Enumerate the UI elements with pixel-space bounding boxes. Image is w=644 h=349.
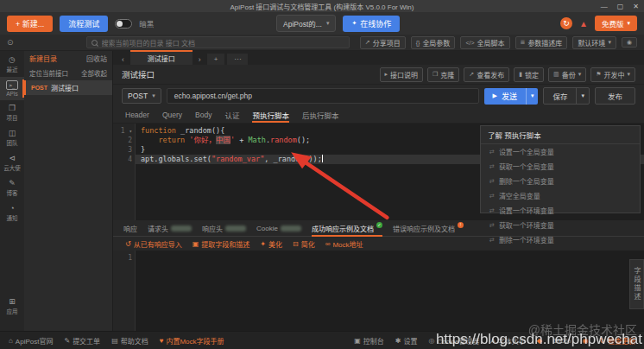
- free-version-button[interactable]: 免费版 ▾: [595, 16, 637, 31]
- helper-item-set-env[interactable]: ⇄设置一个环境变量: [481, 203, 640, 218]
- support-icon[interactable]: ↻: [560, 17, 572, 29]
- sidebar-item-blog[interactable]: ✎ 博客: [0, 175, 24, 200]
- chevron-down-icon: ▾: [326, 20, 330, 27]
- new-tab-button[interactable]: +: [207, 54, 225, 65]
- line-number-gutter: 1 ▾ 2 3 4: [113, 124, 136, 220]
- tab-response[interactable]: 响应: [123, 224, 137, 233]
- sidebar-item-project[interactable]: ❐ 项目: [0, 100, 24, 125]
- simplify-button[interactable]: ⊟简化: [293, 239, 315, 249]
- mock-address-button[interactable]: ∞Mock地址: [325, 239, 363, 249]
- beautify-button[interactable]: ✦美化: [260, 239, 282, 249]
- link-icon: ∞: [325, 240, 331, 248]
- helper-item-del-env[interactable]: ⇄删除一个环境变量: [481, 232, 640, 247]
- sidebar-item-apps[interactable]: ⊞ 应用: [0, 294, 24, 319]
- cookie-manager-button[interactable]: ◎Cookie管理器: [428, 336, 479, 346]
- maximize-button[interactable]: ▢: [617, 3, 624, 10]
- sidebar-item-recent[interactable]: ◷ 最近: [0, 52, 24, 77]
- sidebar-item-team[interactable]: ◫ 团队: [0, 125, 24, 150]
- fold-icon[interactable]: ▾: [129, 128, 132, 134]
- project-selector-label: ApiPost的...: [283, 18, 322, 29]
- tab-pre-script[interactable]: 预执行脚本: [252, 107, 289, 123]
- send-options-button[interactable]: ▾: [526, 88, 539, 105]
- locate-api-button[interactable]: 定位当前接口: [29, 68, 68, 78]
- global-params-button[interactable]: {} 全局参数: [411, 36, 456, 49]
- theme-toggle[interactable]: [115, 19, 132, 29]
- clone-button[interactable]: ❐ 克隆: [427, 67, 459, 82]
- extract-fields-button[interactable]: ▣提取字段和描述: [193, 239, 250, 249]
- send-button[interactable]: ▶ 发送 ▾: [484, 88, 539, 105]
- collapse-all-button[interactable]: 全部收起: [81, 68, 107, 78]
- share-project-button[interactable]: ↗ 分享项目: [360, 36, 406, 49]
- official-site-link[interactable]: ⌂ApiPost官网: [9, 336, 53, 346]
- url-input[interactable]: echo.apipost.cn/get.php: [167, 88, 479, 104]
- method-select[interactable]: POST ▾: [122, 88, 161, 104]
- tab-auth[interactable]: 认证: [224, 110, 239, 120]
- new-button[interactable]: + 新建...: [7, 16, 53, 32]
- tab-error-example[interactable]: 错误响应示例及文档!: [393, 224, 464, 233]
- tab-response-headers[interactable]: 响应头: [202, 224, 246, 233]
- font-size-button[interactable]: A字体大小: [490, 336, 525, 346]
- recycle-bin-button[interactable]: 回收站: [86, 54, 107, 63]
- close-button[interactable]: ✕: [633, 3, 639, 10]
- minimize-button[interactable]: —: [601, 3, 608, 10]
- help-doc-link[interactable]: ▤帮助文档: [111, 336, 148, 346]
- tab-forward-icon[interactable]: ›: [195, 54, 205, 65]
- preview-eye-button[interactable]: ◉: [622, 37, 637, 48]
- new-directory-button[interactable]: 新建目录: [29, 54, 57, 63]
- helper-item-get-global[interactable]: ⇄获取一个全局变量: [481, 159, 640, 174]
- search-input[interactable]: 搜索当前项目的目录 接口 文档: [86, 36, 350, 48]
- beautify-icon: ✦: [260, 240, 266, 248]
- backup-dropdown[interactable]: ▥ 备份 ▾: [548, 67, 586, 82]
- tab-back-icon[interactable]: ‹: [118, 54, 128, 65]
- helper-item-clear-global[interactable]: ⇄清空全局变量: [481, 188, 640, 203]
- script-editor[interactable]: 1 ▾ 2 3 4 function _random(){ return '你好…: [113, 124, 644, 220]
- check-update-button[interactable]: ↻检查更新: [599, 336, 635, 346]
- console-button[interactable]: ▣控制台: [354, 336, 384, 346]
- tab-header[interactable]: Header: [125, 111, 149, 119]
- main-panel: ‹ 测试接口 › + ⋯ 测试接口 ▸ 接口说明 ❐ 克隆 ↗ 查: [113, 51, 644, 331]
- flow-test-button[interactable]: 流程测试: [60, 16, 108, 32]
- response-code-area[interactable]: [136, 251, 644, 331]
- tab-strip: ‹ 测试接口 › + ⋯: [113, 51, 644, 65]
- status-circle-icon[interactable]: ◉: [582, 337, 588, 345]
- lock-button[interactable]: ▮ 锁定: [514, 67, 544, 82]
- publish-button[interactable]: 发布: [595, 87, 635, 105]
- environment-dropdown[interactable]: 默认环境 ▾: [572, 36, 616, 49]
- api-description-button[interactable]: ▸ 接口说明: [380, 67, 424, 82]
- collab-button[interactable]: ✦ 在线协作: [343, 16, 400, 32]
- sidebar-item-notifications[interactable]: ◔ 通知: [0, 200, 24, 225]
- import-from-response-button[interactable]: ↺从已有响应导入: [125, 239, 182, 249]
- tab-test-api[interactable]: 测试接口: [130, 50, 193, 65]
- save-options-button[interactable]: ▾: [576, 88, 589, 104]
- tab-query[interactable]: Query: [162, 111, 182, 119]
- global-script-button[interactable]: </> 全局脚本: [460, 36, 509, 49]
- project-selector-dropdown[interactable]: ApiPost的... ▾: [276, 15, 336, 32]
- helper-item-set-global[interactable]: ⇄设置一个全局变量: [481, 144, 640, 159]
- tab-body[interactable]: Body: [195, 111, 212, 119]
- rocket-icon[interactable]: ▲: [579, 19, 588, 29]
- tab-post-script[interactable]: 后执行脚本: [302, 110, 339, 120]
- settings-button[interactable]: ✱设置: [395, 336, 418, 346]
- panel-toggle-icon[interactable]: ⊙: [7, 38, 14, 47]
- param-desc-lib-button[interactable]: ≣ 参数描述库: [515, 36, 568, 49]
- field-description-tab[interactable]: 字段描述: [629, 259, 644, 309]
- view-publish-button[interactable]: ↗ 查看发布: [464, 67, 509, 82]
- status-dropdown[interactable]: ⚑ 开发中 ▾: [590, 67, 635, 82]
- mock-manual-link[interactable]: ♥内置Mock字段手册: [160, 336, 224, 346]
- save-button[interactable]: 保存 ▾: [543, 87, 590, 105]
- import-icon: ↺: [125, 240, 131, 248]
- tab-success-example[interactable]: 成功响应示例及文档✓: [312, 220, 382, 237]
- helper-item-get-env[interactable]: ⇄获取一个环境变量: [481, 218, 640, 232]
- more-tabs-button[interactable]: ⋯: [227, 54, 248, 65]
- view-publish-label: 查看发布: [477, 70, 504, 79]
- submit-ticket-link[interactable]: ✎提交工单: [64, 336, 100, 346]
- tree-item-test-api[interactable]: POST 测试接口: [24, 80, 112, 95]
- zoom-level[interactable]: 100%: [553, 337, 571, 345]
- response-example-editor[interactable]: 1 字段描述: [113, 251, 644, 331]
- proxy-indicator-icon[interactable]: ◆: [537, 337, 542, 345]
- sidebar-item-ambassador[interactable]: ⊲ 云大使: [0, 150, 24, 175]
- sidebar-item-apis[interactable]: >_ APIs: [0, 77, 24, 100]
- helper-item-del-global[interactable]: ⇄删除一个全局变量: [481, 174, 640, 188]
- tab-request-headers[interactable]: 请求头: [148, 224, 192, 233]
- tab-cookie[interactable]: Cookie: [256, 225, 301, 232]
